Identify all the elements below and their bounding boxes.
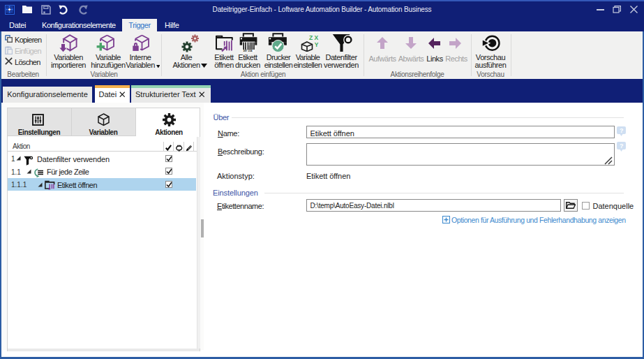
svg-text:X: X bbox=[315, 34, 319, 41]
svg-text:Y: Y bbox=[315, 41, 319, 48]
svg-text:?: ? bbox=[620, 142, 624, 149]
svg-text:087 234: 087 234 bbox=[244, 50, 253, 52]
svg-text:?: ? bbox=[620, 127, 624, 134]
svg-text:Z: Z bbox=[309, 34, 313, 41]
